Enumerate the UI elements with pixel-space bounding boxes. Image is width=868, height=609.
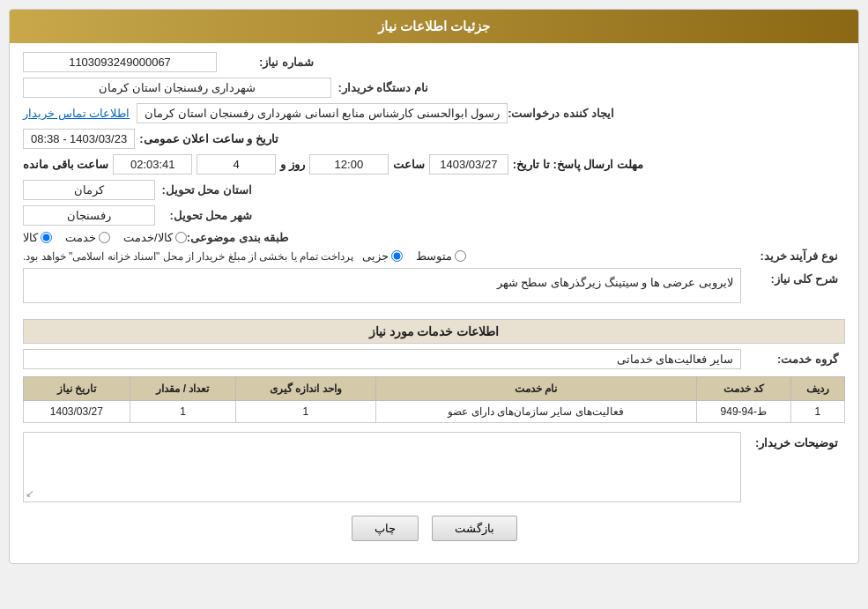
need-number-row: شماره نیاز: 1103093249000067 — [23, 52, 845, 72]
creator-label: ایجاد کننده درخواست: — [508, 107, 614, 120]
response-deadline-label: مهلت ارسال پاسخ: تا تاریخ: — [513, 158, 643, 171]
announce-date-row: تاریخ و ساعت اعلان عمومی: 1403/03/23 - 0… — [23, 129, 845, 149]
delivery-city-value: رفسنجان — [23, 205, 155, 226]
table-cell-quantity: 1 — [130, 401, 236, 423]
creator-link[interactable]: اطلاعات تماس خریدار — [23, 107, 130, 120]
delivery-province-value: کرمان — [23, 180, 155, 200]
col-header-row-num: ردیف — [790, 377, 844, 401]
category-radio-group: کالا/خدمت خدمت کالا — [23, 231, 187, 244]
delivery-province-label: استان محل تحویل: — [155, 183, 252, 197]
delivery-province-row: استان محل تحویل: کرمان — [23, 180, 845, 200]
table-row: 1ط-94-949فعالیت‌های سایر سازمان‌های دارا… — [24, 401, 845, 423]
category-option-service-goods: کالا/خدمت — [123, 231, 187, 244]
col-header-unit: واحد اندازه گیری — [236, 377, 375, 401]
purchase-note: پرداخت تمام یا بخشی از مبلغ خریدار از مح… — [23, 250, 353, 263]
purchase-note-wrapper: پرداخت تمام یا بخشی از مبلغ خریدار از مح… — [23, 250, 353, 263]
response-remaining: 02:03:41 — [113, 154, 192, 175]
col-header-service-name: نام خدمت — [375, 377, 696, 401]
purchase-radio-partial[interactable] — [391, 250, 403, 262]
purchase-radio-medium[interactable] — [455, 250, 466, 262]
response-date: 1403/03/27 — [429, 154, 508, 175]
purchase-label-partial: جزیی — [362, 249, 389, 263]
category-label: طبقه بندی موضوعی: — [187, 231, 289, 244]
page-wrapper: جزئیات اطلاعات نیاز شماره نیاز: 11030932… — [0, 0, 868, 609]
delivery-city-label: شهر محل تحویل: — [155, 209, 252, 222]
response-deadline-row: مهلت ارسال پاسخ: تا تاریخ: 1403/03/27 سا… — [23, 154, 845, 175]
announce-date-label: تاریخ و ساعت اعلان عمومی: — [139, 132, 278, 145]
table-cell-unit: 1 — [236, 401, 375, 423]
category-label-service: خدمت — [65, 231, 96, 244]
col-header-date: تاریخ نیاز — [24, 377, 130, 401]
services-table: ردیف کد خدمت نام خدمت واحد اندازه گیری ت… — [23, 376, 845, 423]
delivery-city-row: شهر محل تحویل: رفسنجان — [23, 205, 845, 226]
response-days: 4 — [197, 154, 276, 175]
response-remaining-label: ساعت باقی مانده — [23, 158, 108, 171]
col-header-quantity: تعداد / مقدار — [130, 377, 236, 401]
card-body: شماره نیاز: 1103093249000067 نام دستگاه … — [10, 43, 858, 563]
services-table-container: ردیف کد خدمت نام خدمت واحد اندازه گیری ت… — [23, 376, 845, 423]
category-radio-service[interactable] — [99, 232, 110, 243]
back-button[interactable]: بازگشت — [432, 516, 517, 541]
category-label-service-goods: کالا/خدمت — [123, 231, 173, 244]
response-time: 12:00 — [309, 154, 389, 175]
notes-box — [23, 432, 741, 502]
table-cell-code: ط-94-949 — [696, 401, 790, 423]
table-cell-row: 1 — [790, 401, 844, 423]
need-number-label: شماره نیاز: — [217, 56, 314, 69]
page-title: جزئیات اطلاعات نیاز — [378, 19, 490, 33]
services-section-header: اطلاعات خدمات مورد نیاز — [23, 319, 845, 344]
buyer-org-value: شهرداری رفسنجان استان کرمان — [23, 78, 331, 98]
purchase-type-row: نوع فرآیند خرید: پرداخت تمام یا بخشی از … — [23, 249, 845, 263]
category-row: طبقه بندی موضوعی: کالا/خدمت خدمت کالا — [23, 231, 845, 244]
purchase-type-medium: متوسط — [416, 249, 466, 263]
category-label-goods: کالا — [23, 231, 38, 244]
creator-row: ایجاد کننده درخواست: رسول ابوالحسنی کارش… — [23, 103, 845, 123]
notes-row: توضیحات خریدار: — [23, 432, 845, 502]
purchase-type-label: نوع فرآیند خرید: — [741, 249, 838, 263]
category-radio-service-goods[interactable] — [175, 232, 187, 243]
table-cell-date: 1403/03/27 — [24, 401, 130, 423]
notes-label: توضیحات خریدار: — [741, 432, 838, 449]
purchase-type-partial: جزیی — [362, 249, 403, 263]
table-cell-name: فعالیت‌های سایر سازمان‌های دارای عضو — [375, 401, 696, 423]
print-button[interactable]: چاپ — [352, 516, 419, 541]
category-radio-goods[interactable] — [41, 232, 52, 243]
creator-value: رسول ابوالحسنی کارشناس منابع انسانی شهرد… — [137, 103, 508, 123]
response-time-label: ساعت — [393, 158, 425, 171]
service-group-value: سایر فعالیت‌های خدماتی — [23, 349, 741, 369]
response-days-label: روز و — [280, 158, 305, 171]
category-option-service: خدمت — [65, 231, 110, 244]
services-table-body: 1ط-94-949فعالیت‌های سایر سازمان‌های دارا… — [24, 401, 845, 423]
service-group-row: گروه خدمت: سایر فعالیت‌های خدماتی — [23, 349, 845, 369]
card-header: جزئیات اطلاعات نیاز — [10, 10, 858, 43]
category-option-goods: کالا — [23, 231, 52, 244]
announce-date-value: 1403/03/23 - 08:38 — [23, 129, 135, 149]
purchase-type-radio-group: متوسط جزیی — [362, 249, 466, 263]
buyer-org-row: نام دستگاه خریدار: شهرداری رفسنجان استان… — [23, 78, 845, 98]
col-header-service-code: کد خدمت — [696, 377, 790, 401]
main-card: جزئیات اطلاعات نیاز شماره نیاز: 11030932… — [9, 9, 859, 564]
need-number-value: 1103093249000067 — [23, 52, 217, 72]
description-section-label: شرح کلی نیاز: — [741, 268, 838, 286]
service-group-label: گروه خدمت: — [741, 353, 838, 366]
description-section: شرح کلی نیاز: لایروبی عرضی ها و سیتینگ ز… — [23, 268, 845, 310]
description-text: لایروبی عرضی ها و سیتینگ زیرگذرهای سطح ش… — [23, 268, 741, 303]
table-header-row: ردیف کد خدمت نام خدمت واحد اندازه گیری ت… — [24, 377, 845, 401]
buyer-org-label: نام دستگاه خریدار: — [331, 81, 428, 94]
button-row: بازگشت چاپ — [23, 516, 845, 554]
purchase-label-medium: متوسط — [416, 249, 452, 263]
